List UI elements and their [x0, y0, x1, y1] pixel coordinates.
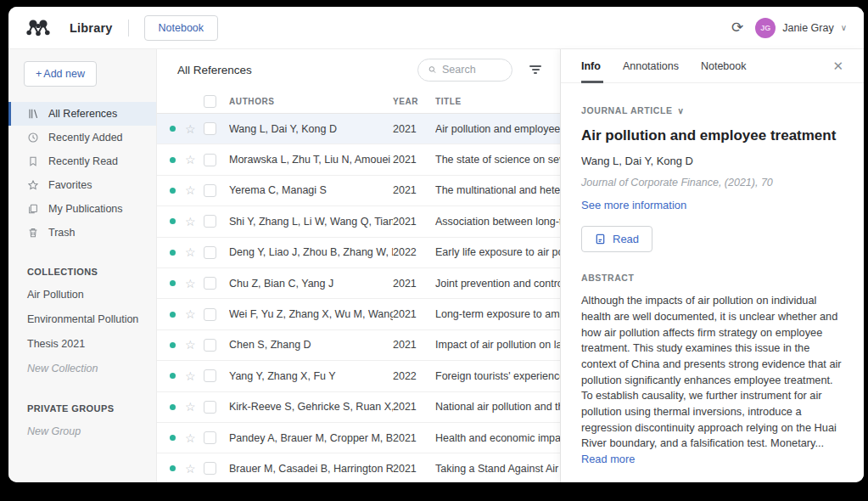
row-title: The state of science on severe air poll	[435, 154, 560, 166]
row-year: 2021	[393, 401, 435, 413]
collection-air-pollution[interactable]: Air Pollution	[27, 289, 156, 301]
favorite-star-icon[interactable]: ☆	[185, 216, 204, 228]
favorite-star-icon[interactable]: ☆	[185, 308, 204, 320]
sidebar-item-recently-added[interactable]: Recently Added	[8, 126, 156, 149]
table-row[interactable]: ☆ Wei F, Yu Z, Zhang X, Wu M, Wang J, S.…	[157, 299, 560, 329]
unread-dot	[170, 126, 176, 132]
row-authors: Deng Y, Liao J, Zhou B, Zhang W, Liu C..…	[229, 246, 393, 258]
abstract-text: Although the impacts of air pollution on…	[581, 293, 843, 467]
row-checkbox[interactable]	[204, 122, 216, 135]
collection-thesis-2021[interactable]: Thesis 2021	[27, 338, 156, 350]
page-title: Library	[70, 21, 113, 35]
table-row[interactable]: ☆ Pandey A, Brauer M, Cropper M, Balakr.…	[157, 423, 560, 453]
table-row[interactable]: ☆ Chen S, Zhang D 2021 Impact of air pol…	[157, 330, 560, 361]
detail-panel: Info Annotations Notebook ✕ JOURNAL ARTI…	[560, 49, 864, 482]
close-icon[interactable]: ✕	[832, 59, 843, 74]
see-more-information-link[interactable]: See more information	[581, 199, 686, 211]
document-authors: Wang L, Dai Y, Kong D	[581, 155, 843, 167]
row-authors: Kirk-Reeve S, Gehricke S, Ruan X, Zha...	[229, 401, 393, 413]
favorite-star-icon[interactable]: ☆	[185, 401, 204, 413]
chevron-down-icon: ∨	[678, 106, 685, 115]
table-row[interactable]: ☆ Wang L, Dai Y, Kong D 2021 Air polluti…	[157, 114, 560, 144]
table-row[interactable]: ☆ Shi Y, Zhang L, Li W, Wang Q, Tian A, …	[157, 206, 560, 237]
row-checkbox[interactable]	[204, 246, 216, 259]
row-authors: Chen S, Zhang D	[229, 339, 393, 351]
divider	[128, 20, 129, 37]
notebook-button[interactable]: Notebook	[144, 15, 219, 41]
row-title: Early life exposure to air pollution and	[435, 246, 560, 258]
search-input[interactable]	[442, 64, 501, 76]
favorite-star-icon[interactable]: ☆	[185, 184, 204, 196]
table-row[interactable]: ☆ Chu Z, Bian C, Yang J 2021 Joint preve…	[157, 268, 560, 299]
column-year[interactable]: YEAR	[393, 97, 435, 106]
select-all-checkbox[interactable]	[204, 95, 216, 108]
sync-icon[interactable]: ⟳	[731, 20, 743, 35]
favorite-star-icon[interactable]: ☆	[185, 278, 204, 290]
document-type-dropdown[interactable]: JOURNAL ARTICLE ∨	[581, 105, 843, 115]
tab-info[interactable]: Info	[581, 49, 601, 82]
sidebar-item-all-references[interactable]: All References	[8, 102, 156, 126]
sidebar-item-my-publications[interactable]: My Publications	[8, 197, 156, 221]
app-window: Library Notebook ⟳ JG Janie Gray ∨ +Add …	[8, 7, 864, 482]
detail-tabs: Info Annotations Notebook ✕	[561, 49, 864, 83]
favorite-star-icon[interactable]: ☆	[185, 123, 204, 135]
favorite-star-icon[interactable]: ☆	[185, 463, 204, 475]
tab-annotations[interactable]: Annotations	[623, 49, 679, 82]
unread-dot	[170, 218, 176, 224]
row-checkbox[interactable]	[204, 369, 216, 382]
row-year: 2021	[393, 216, 435, 228]
favorite-star-icon[interactable]: ☆	[185, 432, 204, 444]
unread-dot	[170, 435, 176, 441]
collection-environmental-pollution[interactable]: Environmental Pollution	[27, 313, 156, 325]
row-checkbox[interactable]	[204, 401, 216, 414]
search-icon	[428, 65, 436, 75]
sidebar-item-recently-read[interactable]: Recently Read	[8, 149, 156, 173]
add-new-button[interactable]: +Add new	[24, 61, 97, 87]
table-row[interactable]: ☆ Brauer M, Casadei B, Harrington R, Kov…	[157, 453, 560, 482]
row-checkbox[interactable]	[204, 184, 216, 197]
search-box[interactable]	[417, 59, 512, 82]
row-checkbox[interactable]	[204, 339, 216, 352]
new-collection-button[interactable]: New Collection	[27, 363, 156, 374]
table-row[interactable]: ☆ Deng Y, Liao J, Zhou B, Zhang W, Liu C…	[157, 238, 560, 268]
row-title: Health and economic impact of air po	[435, 432, 560, 444]
row-year: 2021	[393, 154, 435, 166]
favorite-star-icon[interactable]: ☆	[185, 246, 204, 258]
favorite-star-icon[interactable]: ☆	[185, 339, 204, 351]
row-authors: Chu Z, Bian C, Yang J	[229, 278, 393, 290]
unread-dot	[170, 465, 176, 471]
read-more-link[interactable]: Read more	[581, 453, 635, 465]
abstract-header: ABSTRACT	[581, 273, 843, 283]
sidebar-item-trash[interactable]: Trash	[8, 221, 156, 245]
unread-dot	[170, 373, 176, 379]
row-year: 2021	[393, 278, 435, 290]
chevron-down-icon: ∨	[841, 23, 847, 32]
favorite-star-icon[interactable]: ☆	[185, 370, 204, 382]
column-authors[interactable]: AUTHORS	[229, 97, 393, 106]
table-row[interactable]: ☆ Kirk-Reeve S, Gehricke S, Ruan X, Zha.…	[157, 392, 560, 423]
bookmark-icon	[27, 155, 39, 167]
avatar: JG	[755, 18, 776, 38]
row-authors: Pandey A, Brauer M, Cropper M, Balakr...	[229, 432, 393, 444]
reference-rows: ☆ Wang L, Dai Y, Kong D 2021 Air polluti…	[157, 114, 560, 482]
table-row[interactable]: ☆ Yang Y, Zhang X, Fu Y 2022 Foreign tou…	[157, 361, 560, 391]
row-checkbox[interactable]	[204, 277, 216, 290]
detail-content: JOURNAL ARTICLE ∨ Air pollution and empl…	[561, 83, 864, 482]
row-checkbox[interactable]	[204, 308, 216, 321]
tab-notebook[interactable]: Notebook	[701, 49, 747, 82]
sidebar-item-favorites[interactable]: Favorites	[8, 173, 156, 197]
favorite-star-icon[interactable]: ☆	[185, 154, 204, 166]
filter-icon[interactable]	[526, 62, 545, 77]
new-group-button[interactable]: New Group	[27, 425, 156, 437]
row-checkbox[interactable]	[204, 431, 216, 444]
user-menu[interactable]: JG Janie Gray ∨	[755, 18, 847, 38]
row-authors: Wei F, Yu Z, Zhang X, Wu M, Wang J, S...	[229, 308, 393, 320]
row-checkbox[interactable]	[204, 462, 216, 475]
table-row[interactable]: ☆ Yerema C, Managi S 2021 The multinatio…	[157, 176, 560, 206]
table-row[interactable]: ☆ Morawska L, Zhu T, Liu N, Amouei Tork.…	[157, 144, 560, 175]
row-checkbox[interactable]	[204, 154, 216, 166]
column-title[interactable]: TITLE	[435, 97, 560, 106]
read-button[interactable]: Read	[581, 226, 652, 252]
row-checkbox[interactable]	[204, 215, 216, 228]
row-title: Long-term exposure to ambient air po	[435, 308, 560, 320]
